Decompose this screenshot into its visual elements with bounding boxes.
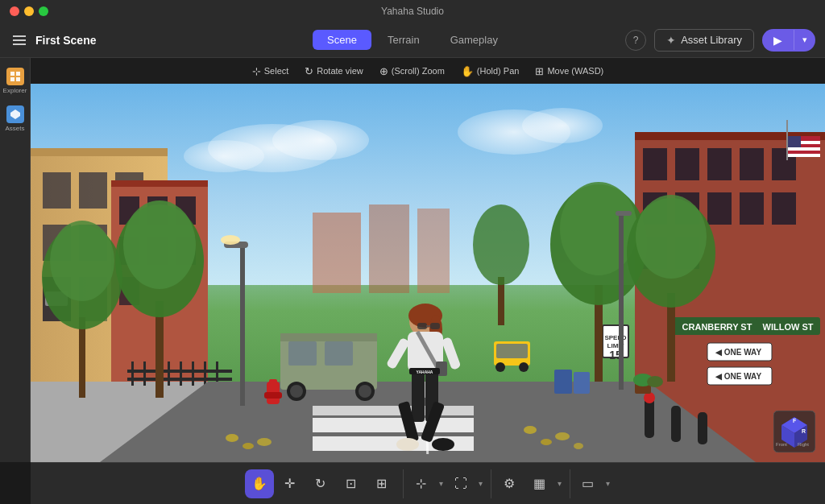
- svg-text:◀ ONE WAY: ◀ ONE WAY: [715, 372, 761, 381]
- toolbar-left: First Scene: [10, 32, 139, 48]
- pan-label: (Hold) Pan: [477, 66, 520, 76]
- svg-rect-37: [675, 148, 699, 180]
- svg-text:CRANBERRY ST: CRANBERRY ST: [682, 322, 752, 332]
- svg-point-98: [257, 438, 272, 446]
- svg-text:Right: Right: [798, 442, 809, 447]
- svg-rect-2: [10, 77, 15, 81]
- tab-gameplay[interactable]: Gameplay: [436, 30, 512, 50]
- rotate-tool-button[interactable]: ↻: [306, 469, 335, 498]
- compass-widget[interactable]: F R Front Right: [773, 411, 815, 452]
- svg-rect-115: [619, 213, 624, 390]
- svg-rect-1: [16, 72, 20, 76]
- scene-title: First Scene: [35, 34, 96, 47]
- tool-rotate-view[interactable]: ↻ Rotate view: [305, 65, 363, 77]
- svg-point-85: [560, 182, 637, 275]
- help-button[interactable]: ?: [625, 30, 646, 51]
- grid-chevron[interactable]: ▾: [556, 479, 563, 488]
- svg-rect-12: [369, 204, 409, 293]
- sidebar-item-assets[interactable]: Assets: [0, 101, 30, 137]
- svg-rect-93: [313, 418, 474, 432]
- svg-rect-70: [143, 361, 146, 386]
- svg-rect-147: [417, 323, 427, 329]
- svg-point-97: [243, 443, 254, 449]
- svg-rect-95: [313, 406, 474, 415]
- rotate-label: Rotate view: [317, 66, 363, 76]
- svg-rect-52: [788, 136, 801, 147]
- svg-point-101: [555, 432, 570, 440]
- tool-pan[interactable]: ✋ (Hold) Pan: [461, 65, 520, 77]
- assets-label: Assets: [5, 125, 24, 132]
- svg-point-113: [495, 362, 505, 372]
- explorer-label: Explorer: [3, 87, 27, 94]
- left-sidebar: Explorer Assets: [0, 58, 31, 462]
- screen-tools: ▭ ▾: [570, 469, 615, 498]
- tool-select[interactable]: ⊹ Select: [252, 65, 289, 77]
- play-dropdown-button[interactable]: ▾: [794, 30, 815, 50]
- expand-tool-button[interactable]: ⛶: [446, 469, 475, 498]
- svg-point-10: [522, 108, 603, 143]
- svg-point-96: [226, 434, 238, 442]
- move-icon: ⊞: [535, 65, 544, 77]
- maximize-button[interactable]: [39, 6, 48, 16]
- traffic-lights: [10, 6, 48, 16]
- svg-point-7: [272, 120, 369, 160]
- zoom-label: (Scroll) Zoom: [392, 66, 445, 76]
- anchor-chevron[interactable]: ▾: [437, 479, 445, 488]
- svg-point-100: [541, 439, 552, 445]
- select-label: Select: [264, 66, 289, 76]
- hand-tool-button[interactable]: ✋: [245, 469, 274, 498]
- toolbar-right: ? ✦ Asset Library ▶ ▾: [625, 29, 815, 52]
- settings-tool-button[interactable]: ⚙: [495, 469, 524, 498]
- play-button[interactable]: ▶: [762, 29, 794, 52]
- screen-tool-button[interactable]: ▭: [574, 469, 603, 498]
- svg-rect-75: [204, 361, 206, 386]
- svg-rect-39: [740, 148, 764, 180]
- tab-bar: Scene Terrain Gameplay: [313, 30, 512, 50]
- svg-rect-44: [740, 192, 764, 225]
- svg-rect-72: [168, 361, 170, 386]
- close-button[interactable]: [10, 6, 19, 16]
- tool-move[interactable]: ⊞ Move (WASD): [535, 65, 603, 77]
- svg-rect-145: [386, 337, 410, 370]
- svg-point-131: [647, 376, 663, 387]
- svg-rect-128: [574, 372, 590, 394]
- scale-tool-button[interactable]: ⊡: [337, 469, 366, 498]
- asset-library-label: Asset Library: [681, 34, 742, 46]
- viewport[interactable]: CRANBERRY ST WILLOW ST ◀ ONE WAY ◀ ONE W…: [31, 84, 825, 462]
- pan-icon: ✋: [461, 65, 474, 77]
- expand-chevron[interactable]: ▾: [477, 479, 484, 488]
- svg-rect-125: [698, 412, 707, 444]
- svg-rect-139: [412, 370, 425, 422]
- star-icon: ✦: [666, 34, 676, 47]
- play-icon: ▶: [773, 34, 782, 47]
- svg-point-82: [50, 221, 114, 301]
- settings-tools: ⚙ ▦ ▾: [491, 469, 566, 498]
- svg-rect-112: [496, 344, 528, 358]
- screen-chevron[interactable]: ▾: [604, 479, 611, 488]
- svg-rect-106: [325, 341, 353, 366]
- svg-marker-4: [10, 109, 20, 119]
- asset-library-button[interactable]: ✦ Asset Library: [654, 29, 754, 52]
- grid-tool-button[interactable]: ▦: [525, 469, 554, 498]
- transform-tools: ✋ ✛ ↻ ⊡ ⊞: [242, 469, 400, 498]
- assets-icon: [6, 105, 24, 123]
- tab-scene[interactable]: Scene: [313, 30, 371, 50]
- rotate-icon: ↻: [305, 65, 313, 77]
- tab-terrain[interactable]: Terrain: [373, 30, 434, 50]
- transform-tool-button[interactable]: ⊞: [367, 469, 396, 498]
- anchor-tool-button[interactable]: ⊹: [407, 469, 436, 498]
- svg-rect-17: [79, 172, 107, 209]
- svg-point-144: [432, 438, 454, 451]
- svg-rect-69: [131, 361, 134, 386]
- svg-rect-51: [788, 154, 820, 157]
- move-tool-button[interactable]: ✛: [276, 469, 305, 498]
- svg-rect-124: [671, 406, 681, 442]
- menu-button[interactable]: [10, 32, 29, 48]
- sidebar-item-explorer[interactable]: Explorer: [0, 63, 30, 99]
- minimize-button[interactable]: [24, 6, 34, 16]
- tool-zoom[interactable]: ⊕ (Scroll) Zoom: [379, 65, 445, 77]
- scene-view[interactable]: CRANBERRY ST WILLOW ST ◀ ONE WAY ◀ ONE W…: [31, 84, 825, 462]
- svg-text:WILLOW ST: WILLOW ST: [763, 322, 814, 332]
- svg-rect-0: [10, 72, 15, 76]
- svg-point-79: [123, 200, 196, 289]
